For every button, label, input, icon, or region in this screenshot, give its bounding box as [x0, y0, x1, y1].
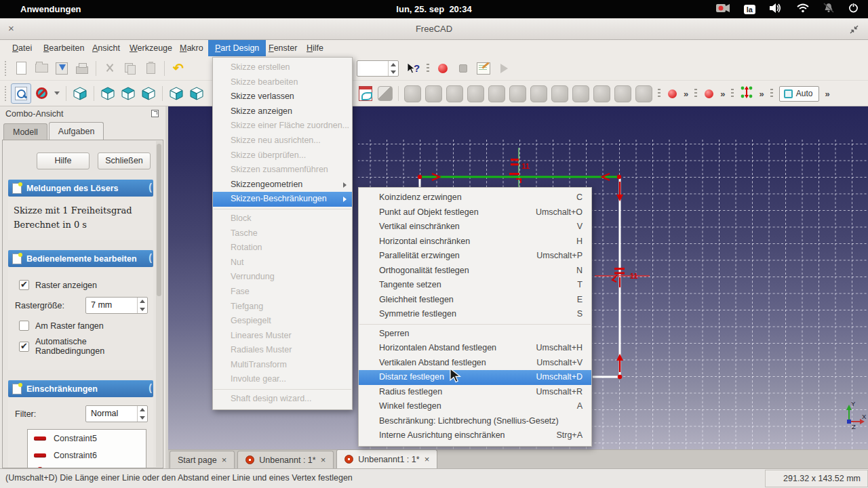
auto-constraints-dropdown[interactable]: Auto	[779, 86, 820, 102]
applications-menu[interactable]: Anwendungen	[20, 4, 81, 14]
pad-tool-icon[interactable]	[404, 85, 421, 102]
sketch-vertex[interactable]	[418, 175, 422, 179]
list-item-constraint5[interactable]: Constraint5	[28, 430, 146, 447]
menu-item-parallel[interactable]: Parallelität erzwingenUmschalt+P	[359, 249, 591, 264]
save-button[interactable]	[52, 58, 72, 79]
print-button[interactable]	[72, 58, 92, 79]
solver-messages-header[interactable]: Meldungen des Lösers (	[8, 180, 153, 197]
chamfer-tool-icon[interactable]	[509, 85, 526, 102]
workbench-value-spinbox[interactable]	[357, 60, 399, 77]
menu-hilfe[interactable]: Hilfe	[300, 40, 330, 56]
clock[interactable]: lun, 25. sep 20:34	[396, 4, 471, 14]
draft-tool-icon[interactable]	[530, 85, 547, 102]
toolbar-grip[interactable]	[3, 61, 7, 76]
tab-modell[interactable]: Modell	[3, 123, 47, 140]
polar-pattern-tool-icon[interactable]	[593, 85, 610, 102]
menu-item-skizze-verlassen[interactable]: Skizze verlassen	[213, 89, 352, 104]
linear-pattern-tool-icon[interactable]	[572, 85, 589, 102]
sketch-vertex[interactable]	[617, 175, 621, 179]
menu-datei[interactable]: Datei	[5, 40, 39, 56]
menu-item-horizontaler-abstand[interactable]: Horizontalen Abstand festlegenUmschalt+H	[359, 341, 591, 356]
menu-ansicht[interactable]: Ansicht	[85, 40, 127, 56]
list-item-constraint7[interactable]: Constraint7	[28, 464, 146, 468]
draw-style-button[interactable]	[31, 83, 52, 104]
toolbar-overflow-button[interactable]: »	[684, 89, 688, 99]
window-restore-icon[interactable]	[850, 24, 859, 37]
spinbox-stepper[interactable]	[388, 61, 398, 76]
tab-aufgaben[interactable]: Aufgaben	[49, 122, 104, 140]
keyboard-layout-indicator[interactable]: la	[744, 5, 755, 14]
dock-splitter[interactable]	[165, 106, 168, 468]
open-button[interactable]	[31, 58, 52, 79]
multitransform-tool-icon[interactable]	[614, 85, 631, 102]
edit-controls-header[interactable]: Bedienelemente bearbeiten (	[8, 250, 153, 267]
filter-stepper[interactable]	[137, 406, 147, 422]
menu-item-radius[interactable]: Radius festlegenUmschalt+R	[359, 385, 591, 400]
toolbar-grip[interactable]	[731, 89, 734, 98]
pocket-tool-icon[interactable]	[425, 85, 442, 102]
notifications-off-icon[interactable]	[823, 3, 834, 16]
new-document-button[interactable]	[11, 58, 31, 79]
constraints-header[interactable]: Einschränkungen (	[8, 380, 153, 397]
menu-item-sperren[interactable]: Sperren	[359, 327, 591, 342]
menu-bearbeiten[interactable]: Bearbeiten	[37, 40, 91, 56]
menu-item-vertikaler-abstand[interactable]: Vertikalen Abstand festlegenUmschalt+V	[359, 356, 591, 371]
draw-style-dropdown-arrow[interactable]	[54, 92, 60, 95]
toolbar-overflow-button[interactable]: »	[825, 89, 829, 99]
dimension-label[interactable]: 11	[630, 272, 638, 280]
macro-run-button[interactable]	[494, 58, 514, 79]
menu-item-winkel[interactable]: Winkel festlegenA	[359, 399, 591, 414]
power-icon[interactable]	[848, 3, 859, 16]
view-bottom-button[interactable]	[186, 83, 207, 104]
macro-sphere-icon[interactable]	[705, 89, 713, 98]
menu-item-koinzidenz[interactable]: Koinzidenz erzwingenC	[359, 190, 591, 205]
view-right-button[interactable]	[138, 83, 159, 104]
toolbar-overflow-button[interactable]: »	[759, 89, 764, 99]
toolbar-grip[interactable]	[3, 86, 7, 101]
menu-item-gleichheit[interactable]: Gleichheit festlegenE	[359, 293, 591, 308]
tab-start-page[interactable]: Start page ×	[170, 451, 235, 468]
groove-tool-icon[interactable]	[467, 85, 484, 102]
mirrored-tool-icon[interactable]	[551, 85, 568, 102]
menu-fenster[interactable]: Fenster	[262, 40, 304, 56]
menu-werkzeuge[interactable]: Werkzeuge	[123, 40, 179, 56]
menu-item-skizzen-beschraenkungen[interactable]: Skizzen-Beschränkungen	[213, 192, 352, 207]
menu-part-design[interactable]: Part Design	[208, 40, 266, 56]
close-task-button[interactable]: Schließen	[98, 152, 151, 169]
menu-item-interne-ausrichtung[interactable]: Interne Ausrichtung einschränkenStrg+A	[359, 428, 591, 443]
view-top-button[interactable]	[118, 83, 138, 104]
task-panel-scrollbar[interactable]	[156, 141, 162, 467]
section-collapse-icon[interactable]: (	[149, 252, 152, 263]
screen-recorder-icon[interactable]	[716, 3, 730, 16]
solver-dof-message[interactable]: Skizze mit 1 Freiheitsgrad	[14, 203, 148, 218]
tab-close-icon[interactable]: ×	[321, 455, 326, 465]
tab-close-icon[interactable]: ×	[425, 454, 430, 464]
menu-item-orthogonal[interactable]: Orthogonalität festlegenN	[359, 264, 591, 279]
macro-edit-button[interactable]	[473, 58, 494, 79]
scrollbar-thumb[interactable]	[157, 144, 161, 296]
wifi-icon[interactable]	[797, 3, 809, 16]
paste-button[interactable]	[140, 58, 161, 79]
dimension-label[interactable]: 11	[521, 162, 530, 170]
menu-item-vertikal[interactable]: Vertikal einschränkenV	[359, 220, 591, 235]
view-rear-button[interactable]	[166, 83, 186, 104]
toolbar-grip[interactable]	[427, 64, 429, 73]
help-button[interactable]: Hilfe	[37, 152, 90, 169]
cut-button[interactable]	[100, 58, 120, 79]
view-cube-disabled-icon[interactable]	[378, 86, 393, 101]
list-item-constraint6[interactable]: Constraint6	[28, 447, 146, 464]
menu-item-symmetrie[interactable]: Symmetrie festlegenS	[359, 307, 591, 322]
show-grid-checkbox[interactable]	[19, 280, 29, 290]
menu-makro[interactable]: Makro	[173, 40, 210, 56]
constraint-tool-icon[interactable]	[740, 85, 753, 102]
toolbar-grip[interactable]	[770, 89, 773, 98]
grid-size-spinbox[interactable]: 7 mm	[85, 297, 148, 314]
sketch-vertex[interactable]	[618, 375, 622, 379]
menu-item-distanz-festlegen[interactable]: Distanz festlegenUmschalt+D	[359, 370, 591, 385]
toolbar-grip[interactable]	[658, 89, 660, 98]
undo-button[interactable]: ↶	[168, 58, 189, 79]
section-collapse-icon[interactable]: (	[149, 182, 152, 192]
menu-item-lichtbrechung[interactable]: Beschränkung: Lichtbrechung (Snellius-Ge…	[359, 414, 591, 429]
menu-item-skizze-anzeigen[interactable]: Skizze anzeigen	[213, 104, 352, 119]
copy-button[interactable]	[120, 58, 140, 79]
